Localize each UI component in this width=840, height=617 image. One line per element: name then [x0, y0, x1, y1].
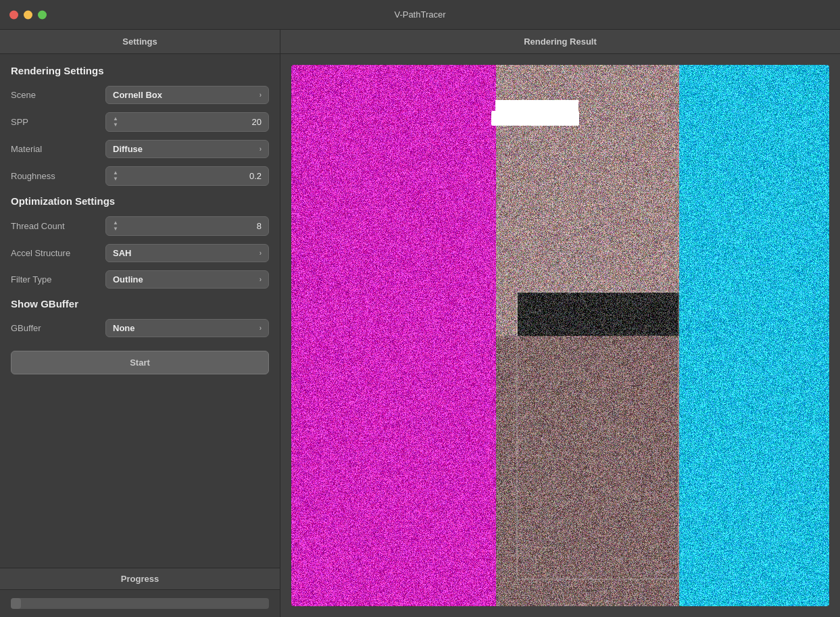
rendering-result-header: Rendering Result	[280, 30, 840, 54]
accel-chevron-icon: ›	[260, 249, 262, 257]
roughness-down-icon: ▼	[113, 176, 118, 182]
thread-count-label: Thread Count	[11, 221, 105, 231]
noise-canvas	[291, 65, 829, 606]
scene-value: Cornell Box	[113, 90, 162, 100]
right-panel: Rendering Result	[280, 30, 840, 617]
minimize-button[interactable]	[24, 10, 32, 19]
window-title: V-PathTracer	[394, 9, 445, 20]
roughness-control: ▲ ▼ 0.2	[105, 166, 269, 186]
roughness-spinner[interactable]: ▲ ▼ 0.2	[105, 166, 269, 186]
optimization-settings-title: Optimization Settings	[11, 195, 269, 207]
roughness-row: Roughness ▲ ▼ 0.2	[11, 166, 269, 186]
filter-type-dropdown[interactable]: Outline ›	[105, 270, 269, 289]
gbuffer-value: None	[113, 323, 135, 333]
roughness-up-icon: ▲	[113, 170, 118, 176]
material-label: Material	[11, 144, 105, 154]
spp-label: SPP	[11, 117, 105, 127]
app-body: Settings Rendering Settings Scene Cornel…	[0, 30, 840, 617]
render-canvas	[291, 65, 829, 606]
thread-up-icon: ▲	[113, 220, 118, 226]
scene-dropdown[interactable]: Cornell Box ›	[105, 86, 269, 104]
left-panel: Settings Rendering Settings Scene Cornel…	[0, 30, 280, 617]
filter-type-label: Filter Type	[11, 274, 105, 285]
filter-chevron-icon: ›	[260, 276, 262, 283]
scene-row: Scene Cornell Box ›	[11, 86, 269, 104]
accel-structure-value: SAH	[113, 248, 131, 258]
material-dropdown[interactable]: Diffuse ›	[105, 140, 269, 158]
accel-structure-dropdown[interactable]: SAH ›	[105, 244, 269, 262]
spp-row: SPP ▲ ▼ 20	[11, 112, 269, 132]
scene-control: Cornell Box ›	[105, 86, 269, 104]
highlight-rect	[491, 111, 579, 126]
material-chevron-icon: ›	[260, 145, 262, 153]
thread-count-row: Thread Count ▲ ▼ 8	[11, 216, 269, 236]
gbuffer-title: Show GBuffer	[11, 298, 269, 310]
optimization-settings-section: Optimization Settings Thread Count ▲ ▼ 8	[11, 195, 269, 289]
accel-structure-row: Accel Structure SAH ›	[11, 244, 269, 262]
roughness-value: 0.2	[121, 171, 262, 181]
material-control: Diffuse ›	[105, 140, 269, 158]
gbuffer-dropdown[interactable]: None ›	[105, 319, 269, 337]
thread-count-spinner[interactable]: ▲ ▼ 8	[105, 216, 269, 236]
progress-header: Progress	[0, 568, 280, 590]
spp-arrows: ▲ ▼	[113, 116, 118, 128]
progress-bar-container	[11, 598, 269, 609]
gbuffer-row: GBuffer None ›	[11, 319, 269, 337]
progress-section: Progress	[0, 568, 280, 617]
spp-down-icon: ▼	[113, 122, 118, 128]
thread-down-icon: ▼	[113, 226, 118, 232]
spp-value: 20	[121, 117, 262, 127]
gbuffer-control: None ›	[105, 319, 269, 337]
start-button[interactable]: Start	[11, 351, 269, 374]
roughness-arrows: ▲ ▼	[113, 170, 118, 182]
close-button[interactable]	[9, 10, 18, 19]
material-value: Diffuse	[113, 144, 143, 154]
scene-label: Scene	[11, 90, 105, 100]
thread-count-value: 8	[121, 221, 262, 231]
gbuffer-label: GBuffer	[11, 323, 105, 333]
panel-content: Rendering Settings Scene Cornell Box › S…	[0, 54, 280, 568]
gbuffer-chevron-icon: ›	[260, 324, 262, 332]
spp-control: ▲ ▼ 20	[105, 112, 269, 132]
window-controls	[9, 10, 47, 19]
filter-type-value: Outline	[113, 274, 143, 285]
thread-count-arrows: ▲ ▼	[113, 220, 118, 232]
render-area	[280, 54, 840, 617]
thread-count-control: ▲ ▼ 8	[105, 216, 269, 236]
rendering-settings-title: Rendering Settings	[11, 65, 269, 76]
settings-header: Settings	[0, 30, 280, 54]
filter-type-control: Outline ›	[105, 270, 269, 289]
roughness-label: Roughness	[11, 171, 105, 181]
spp-spinner[interactable]: ▲ ▼ 20	[105, 112, 269, 132]
titlebar: V-PathTracer	[0, 0, 840, 30]
filter-type-row: Filter Type Outline ›	[11, 270, 269, 289]
rendering-settings-section: Rendering Settings Scene Cornell Box › S…	[11, 65, 269, 186]
accel-structure-control: SAH ›	[105, 244, 269, 262]
spp-up-icon: ▲	[113, 116, 118, 122]
accel-structure-label: Accel Structure	[11, 248, 105, 258]
maximize-button[interactable]	[38, 10, 47, 19]
material-row: Material Diffuse ›	[11, 140, 269, 158]
gbuffer-section: Show GBuffer GBuffer None › Start	[11, 298, 269, 374]
scene-chevron-icon: ›	[260, 91, 262, 99]
progress-bar-fill	[11, 598, 21, 609]
